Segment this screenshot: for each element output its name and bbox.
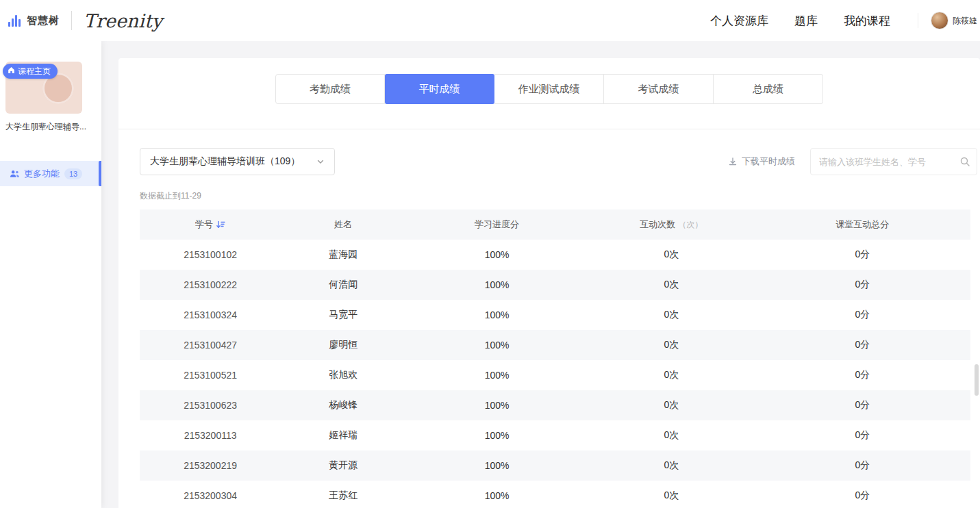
column-label: 学习进度分 [475,218,519,231]
user-area: 陈筱婕 [918,0,977,41]
column-label: 互动次数 [640,218,675,231]
table-row: 2153100623杨峻锋100%0次0分 [140,390,970,420]
student-name: 何浩闻 [281,279,405,291]
progress-score: 100% [405,400,588,411]
tab-homework-test-score[interactable]: 作业测试成绩 [494,74,604,104]
table-row: 2153200219黄开源100%0次0分 [140,450,970,481]
more-functions-badge: 13 [64,168,82,179]
student-id: 2153200304 [140,490,281,501]
chevron-down-icon [316,157,325,166]
main-content: 考勤成绩平时成绩作业测试成绩考试成绩总成绩 大学生朋辈心理辅导培训班（109） … [101,41,980,508]
sidebar-active-indicator [99,161,101,186]
grades-card: 考勤成绩平时成绩作业测试成绩考试成绩总成绩 大学生朋辈心理辅导培训班（109） … [118,58,980,508]
tabs-divider [118,129,980,129]
progress-score: 100% [405,430,588,441]
table-row: 2153100427廖明恒100%0次0分 [140,330,970,360]
classroom-interaction-score: 0分 [755,490,970,502]
student-id: 2153100623 [140,400,281,411]
nav-item-question-bank[interactable]: 题库 [794,13,818,29]
column-label: 姓名 [334,218,352,231]
progress-score: 100% [405,460,588,471]
column-header-2: 姓名 [281,218,405,231]
sidebar-item-more-functions[interactable]: 更多功能 13 [0,161,101,186]
tab-total-score[interactable]: 总成绩 [714,74,823,104]
scores-table: 学号姓名学习进度分互动次数（次）课堂互动总分 2153100102蓝海园100%… [140,209,970,508]
column-label: 学号 [195,218,213,231]
classroom-interaction-score: 0分 [755,339,970,351]
logo-divider [71,11,72,30]
interaction-count: 0次 [588,399,755,411]
nav-user-divider [918,13,918,28]
scrollbar-thumb[interactable] [975,364,979,396]
classroom-interaction-score: 0分 [755,249,970,261]
nav-item-personal-resources[interactable]: 个人资源库 [710,13,768,29]
nav-item-my-courses[interactable]: 我的课程 [844,13,890,29]
progress-score: 100% [405,340,588,351]
student-name: 黄开源 [281,459,405,472]
right-controls: 下载平时成绩 [728,148,977,175]
column-label-suffix: （次） [678,219,703,231]
classroom-interaction-score: 0分 [755,279,970,291]
progress-score: 100% [405,490,588,501]
class-selector[interactable]: 大学生朋辈心理辅导培训班（109） [140,148,335,175]
avatar[interactable] [931,12,948,29]
interaction-count: 0次 [588,429,755,442]
table-row: 2153100324马宽平100%0次0分 [140,300,970,330]
download-label: 下载平时成绩 [742,155,795,168]
interaction-count: 0次 [588,339,755,351]
classroom-interaction-score: 0分 [755,399,970,411]
download-scores-button[interactable]: 下载平时成绩 [728,155,795,168]
user-name[interactable]: 陈筱婕 [953,15,977,27]
data-deadline: 数据截止到11-29 [140,190,980,202]
tab-attendance-score[interactable]: 考勤成绩 [275,74,385,104]
treenity-logo: Treenity [84,10,162,31]
classroom-interaction-score: 0分 [755,459,970,472]
interaction-count: 0次 [588,369,755,381]
column-header-1[interactable]: 学号 [140,218,281,231]
column-label: 课堂互动总分 [835,218,889,231]
search-icon[interactable] [959,156,970,170]
course-home-button[interactable]: 课程主页 [3,64,58,79]
student-name: 马宽平 [281,309,405,321]
student-id: 2153100427 [140,340,281,351]
download-icon [728,157,738,166]
more-functions-label: 更多功能 [24,168,60,180]
interaction-count: 0次 [588,249,755,261]
home-icon [8,66,15,76]
student-name: 姬祥瑞 [281,429,405,442]
student-id: 2153200113 [140,430,281,441]
progress-score: 100% [405,249,588,260]
sort-icon[interactable] [216,220,225,229]
classroom-interaction-score: 0分 [755,369,970,381]
zhihuishu-logo-text: 智慧树 [27,14,60,27]
progress-score: 100% [405,309,588,320]
classroom-interaction-score: 0分 [755,429,970,442]
interaction-count: 0次 [588,490,755,502]
column-header-4: 互动次数（次） [588,218,755,231]
progress-score: 100% [405,279,588,290]
course-title: 大学生朋辈心理辅导... [5,121,97,133]
search-input[interactable] [810,148,977,175]
student-name: 王苏红 [281,490,405,502]
table-row: 2153100222何浩闻100%0次0分 [140,270,970,300]
table-header: 学号姓名学习进度分互动次数（次）课堂互动总分 [140,209,970,240]
table-row: 2153100102蓝海园100%0次0分 [140,240,970,270]
interaction-count: 0次 [588,459,755,472]
column-header-3: 学习进度分 [405,218,588,231]
table-row: 2153100521张旭欢100%0次0分 [140,360,970,390]
sidebar: 课程主页 大学生朋辈心理辅导... 更多功能 13 [0,41,101,508]
classroom-interaction-score: 0分 [755,309,970,321]
top-header: 智慧树 Treenity 个人资源库题库我的课程 陈筱婕 [0,0,980,41]
controls-row: 大学生朋辈心理辅导培训班（109） 下载平时成绩 [118,148,980,175]
tab-exam-score[interactable]: 考试成绩 [604,74,714,104]
student-id: 2153100324 [140,309,281,320]
student-name: 杨峻锋 [281,399,405,411]
tab-regular-score[interactable]: 平时成绩 [385,74,494,104]
table-row: 2153200113姬祥瑞100%0次0分 [140,420,970,450]
zhihuishu-bars-icon [8,14,21,27]
interaction-count: 0次 [588,279,755,291]
search-box [810,148,977,175]
class-selector-value: 大学生朋辈心理辅导培训班（109） [150,155,300,168]
app-logo[interactable]: 智慧树 Treenity [8,0,162,41]
header-nav: 个人资源库题库我的课程 [710,0,890,41]
